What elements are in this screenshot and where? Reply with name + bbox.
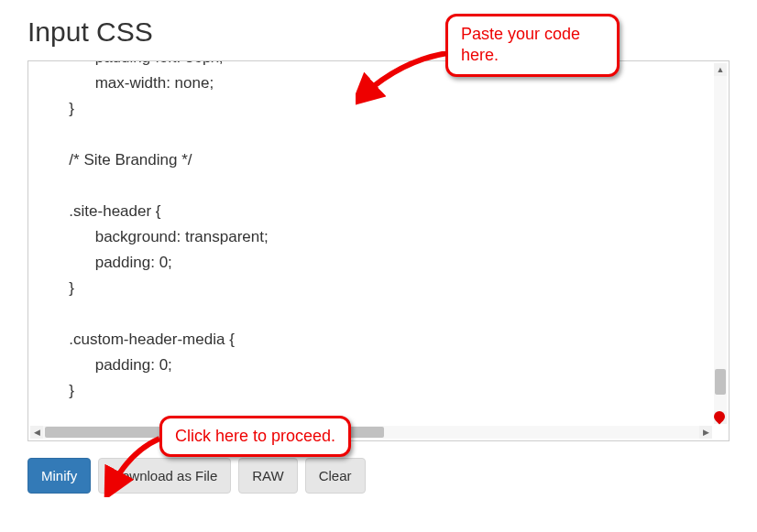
scroll-left-icon[interactable]: ◀ [30, 426, 43, 439]
css-input-area[interactable]: padding-left: 36px; max-width: none; } /… [28, 61, 713, 425]
scroll-right-icon[interactable]: ▶ [699, 426, 712, 439]
css-input-container: padding-left: 36px; max-width: none; } /… [27, 60, 730, 441]
vertical-scrollbar[interactable]: ▲ ▼ [714, 63, 727, 424]
annotation-paste-callout: Paste your code here. [445, 14, 620, 77]
css-code-text[interactable]: padding-left: 36px; max-width: none; } /… [28, 61, 713, 425]
clear-button[interactable]: Clear [305, 458, 366, 494]
annotation-arrow-icon [103, 433, 167, 497]
minify-button[interactable]: Minify [27, 458, 91, 494]
vertical-scrollbar-thumb[interactable] [715, 369, 726, 395]
annotation-arrow-icon [356, 51, 452, 106]
raw-button[interactable]: RAW [238, 458, 297, 494]
input-css-heading: Input CSS [27, 16, 730, 48]
scroll-up-icon[interactable]: ▲ [714, 63, 727, 76]
annotation-proceed-callout: Click here to proceed. [159, 416, 351, 457]
vertical-scrollbar-track[interactable] [714, 76, 727, 411]
